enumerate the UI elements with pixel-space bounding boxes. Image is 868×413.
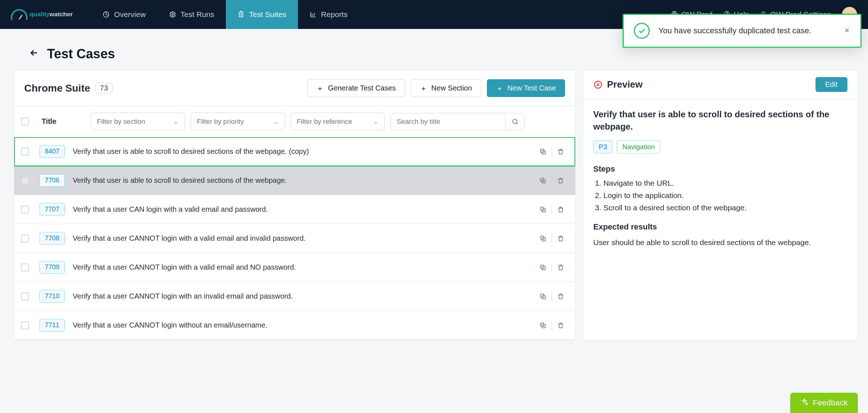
preview-header: Preview Edit xyxy=(583,71,858,99)
new-section-button[interactable]: ＋ New Section xyxy=(411,79,481,97)
copy-icon[interactable] xyxy=(539,322,547,329)
filter-reference-placeholder: Filter by reference xyxy=(297,118,352,126)
copy-icon[interactable] xyxy=(539,235,547,242)
row-checkbox[interactable] xyxy=(21,292,29,300)
chevron-down-icon: ⌄ xyxy=(173,117,179,126)
filter-priority-placeholder: Filter by priority xyxy=(197,118,244,126)
overview-icon xyxy=(102,11,110,18)
row-actions xyxy=(539,147,568,156)
main-layout: Chrome Suite 73 ＋ Generate Test Cases ＋ … xyxy=(0,70,868,340)
row-checkbox[interactable] xyxy=(21,206,29,214)
table-row[interactable]: 7710 Verify that a user CANNOT login wit… xyxy=(14,282,575,311)
nav-items: Overview Test Runs Test Suites Reports xyxy=(91,0,359,29)
select-all-checkbox[interactable] xyxy=(21,118,29,126)
copy-icon[interactable] xyxy=(539,293,547,300)
filter-section-placeholder: Filter by section xyxy=(97,118,145,126)
test-cases-panel: Chrome Suite 73 ＋ Generate Test Cases ＋ … xyxy=(14,70,576,340)
generate-test-cases-button[interactable]: ＋ Generate Test Cases xyxy=(307,79,405,97)
logo-mark-icon xyxy=(11,9,28,20)
svg-point-5 xyxy=(513,119,517,123)
table-row[interactable]: 7709 Verify that a user CANNOT login wit… xyxy=(14,253,575,282)
nav-overview-label: Overview xyxy=(114,10,146,19)
nav-overview[interactable]: Overview xyxy=(91,0,157,29)
row-checkbox[interactable] xyxy=(21,235,29,243)
copy-icon[interactable] xyxy=(539,148,547,155)
steps-list: Navigate to the URL.Login to the applica… xyxy=(593,179,847,212)
table-row[interactable]: 7708 Verify that a user CANNOT login wit… xyxy=(14,224,575,253)
filter-reference-select[interactable]: Filter by reference ⌄ xyxy=(291,113,385,130)
logo[interactable]: qualitywatcher xyxy=(11,9,73,20)
plus-icon: ＋ xyxy=(316,85,324,92)
new-section-label: New Section xyxy=(431,84,472,92)
table-row[interactable]: 8407 Verify that user is able to scroll … xyxy=(14,137,575,166)
test-case-title: Verify that a user CAN login with a vali… xyxy=(73,205,539,214)
new-test-case-button[interactable]: ＋ New Test Case xyxy=(487,79,565,97)
copy-icon[interactable] xyxy=(539,177,547,184)
divider xyxy=(552,234,552,243)
preview-panel: Preview Edit Verify that user is able to… xyxy=(583,70,858,340)
trash-icon[interactable] xyxy=(557,148,564,155)
trash-icon[interactable] xyxy=(557,206,564,213)
toast-close-button[interactable] xyxy=(844,27,850,35)
test-case-title: Verify that a user CANNOT login with a v… xyxy=(73,263,539,271)
logo-text: qualitywatcher xyxy=(30,11,73,18)
test-case-title: Verify that user is able to scroll to de… xyxy=(73,147,539,156)
toast-text: You have successfully duplicated test ca… xyxy=(658,26,811,35)
filter-row: Title Filter by section ⌄ Filter by prio… xyxy=(14,106,575,137)
feedback-button[interactable]: Feedback xyxy=(790,393,858,413)
new-test-case-label: New Test Case xyxy=(507,84,556,92)
feedback-label: Feedback xyxy=(813,398,848,408)
row-actions xyxy=(539,292,568,301)
trash-icon[interactable] xyxy=(557,264,564,271)
trash-icon[interactable] xyxy=(557,235,564,242)
row-actions xyxy=(539,176,568,185)
test-case-id-tag: 7708 xyxy=(39,232,65,245)
search-input[interactable] xyxy=(391,113,505,130)
test-case-id-tag: 7711 xyxy=(39,319,65,332)
generate-label: Generate Test Cases xyxy=(328,84,396,92)
nav-test-runs-label: Test Runs xyxy=(181,10,214,19)
table-row[interactable]: 7706 Verify that user is able to scroll … xyxy=(14,166,575,195)
nav-reports[interactable]: Reports xyxy=(298,0,359,29)
expected-text: User should be able to scroll to desired… xyxy=(593,237,847,248)
divider xyxy=(552,263,552,272)
sparkle-icon xyxy=(800,398,808,408)
preview-body: Verify that user is able to scroll to de… xyxy=(583,99,858,263)
steps-label: Steps xyxy=(593,164,847,174)
divider xyxy=(552,321,552,330)
test-case-title: Verify that user is able to scroll to de… xyxy=(73,176,539,185)
test-case-title: Verify that a user CANNOT login without … xyxy=(73,321,539,329)
nav-test-runs[interactable]: Test Runs xyxy=(157,0,226,29)
trash-icon[interactable] xyxy=(557,177,564,184)
test-case-list: 8407 Verify that user is able to scroll … xyxy=(14,137,575,340)
nav-test-suites[interactable]: Test Suites xyxy=(226,0,298,29)
row-checkbox[interactable] xyxy=(21,148,29,156)
copy-icon[interactable] xyxy=(539,206,547,213)
row-actions xyxy=(539,321,568,330)
close-circle-icon[interactable] xyxy=(593,80,603,89)
priority-tag: P3 xyxy=(593,140,612,153)
copy-icon[interactable] xyxy=(539,264,547,271)
divider xyxy=(552,147,552,156)
trash-icon[interactable] xyxy=(557,322,564,329)
suite-title: Chrome Suite xyxy=(24,83,90,94)
plus-icon: ＋ xyxy=(420,85,427,92)
edit-button[interactable]: Edit xyxy=(816,77,847,92)
check-circle-icon xyxy=(634,23,650,39)
search-button[interactable] xyxy=(505,113,524,130)
svg-rect-2 xyxy=(239,12,243,17)
table-row[interactable]: 7707 Verify that a user CAN login with a… xyxy=(14,195,575,224)
test-case-id-tag: 7709 xyxy=(39,261,65,274)
row-checkbox[interactable] xyxy=(21,177,29,185)
row-checkbox[interactable] xyxy=(21,321,29,329)
back-arrow-icon[interactable] xyxy=(29,48,39,60)
table-row[interactable]: 7711 Verify that a user CANNOT login wit… xyxy=(14,311,575,340)
page-title: Test Cases xyxy=(47,46,115,62)
row-checkbox[interactable] xyxy=(21,264,29,271)
trash-icon[interactable] xyxy=(557,293,564,300)
nav-test-suites-label: Test Suites xyxy=(249,10,286,19)
filter-priority-select[interactable]: Filter by priority ⌄ xyxy=(191,113,285,130)
preview-title: Preview xyxy=(607,79,642,90)
clipboard-icon xyxy=(237,11,245,18)
filter-section-select[interactable]: Filter by section ⌄ xyxy=(91,113,185,130)
